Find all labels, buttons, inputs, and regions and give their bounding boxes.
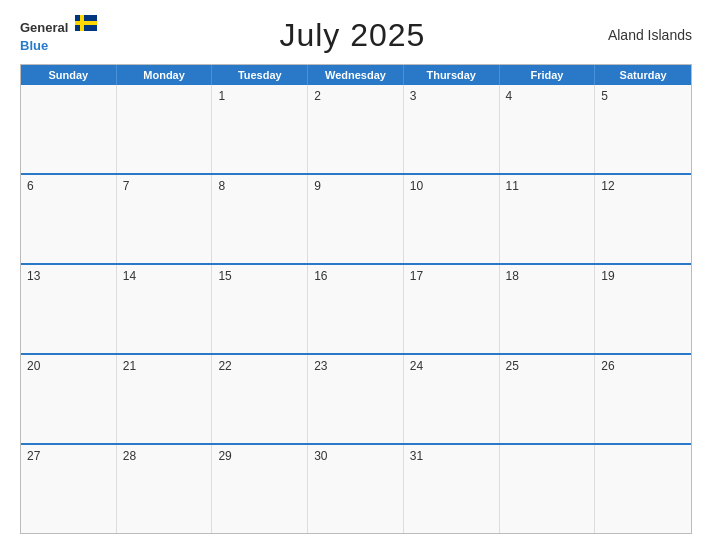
week-5: 27 28 29 30 31 [21, 443, 691, 533]
cal-cell [500, 445, 596, 533]
cal-cell-3: 3 [404, 85, 500, 173]
logo-blue-text: Blue [20, 38, 48, 53]
logo-content: General Blue [20, 16, 97, 54]
cal-cell-21: 21 [117, 355, 213, 443]
region-label: Aland Islands [608, 27, 692, 43]
svg-rect-1 [75, 21, 97, 25]
week-3: 13 14 15 16 17 18 19 [21, 263, 691, 353]
cal-cell-18: 18 [500, 265, 596, 353]
svg-rect-2 [80, 15, 84, 31]
cal-cell-25: 25 [500, 355, 596, 443]
cal-cell-24: 24 [404, 355, 500, 443]
cal-cell-26: 26 [595, 355, 691, 443]
calendar: Sunday Monday Tuesday Wednesday Thursday… [20, 64, 692, 534]
week-4: 20 21 22 23 24 25 26 [21, 353, 691, 443]
cal-cell [21, 85, 117, 173]
header-thursday: Thursday [404, 65, 500, 85]
cal-cell-16: 16 [308, 265, 404, 353]
cal-cell-29: 29 [212, 445, 308, 533]
logo: General Blue [20, 16, 97, 54]
cal-cell-15: 15 [212, 265, 308, 353]
header-tuesday: Tuesday [212, 65, 308, 85]
cal-cell-19: 19 [595, 265, 691, 353]
cal-cell-31: 31 [404, 445, 500, 533]
cal-cell-14: 14 [117, 265, 213, 353]
header: General Blue July 2025 Aland Islands [20, 16, 692, 54]
month-title: July 2025 [279, 17, 425, 54]
logo-general-text: General [20, 20, 68, 35]
cal-cell-27: 27 [21, 445, 117, 533]
cal-cell-11: 11 [500, 175, 596, 263]
page: General Blue July 2025 Aland Islands Sun… [0, 0, 712, 550]
header-monday: Monday [117, 65, 213, 85]
cal-cell-10: 10 [404, 175, 500, 263]
cal-cell-12: 12 [595, 175, 691, 263]
calendar-body: 1 2 3 4 5 6 7 8 9 10 11 12 13 14 15 16 [21, 85, 691, 533]
cal-cell-7: 7 [117, 175, 213, 263]
calendar-header: Sunday Monday Tuesday Wednesday Thursday… [21, 65, 691, 85]
cal-cell-1: 1 [212, 85, 308, 173]
week-2: 6 7 8 9 10 11 12 [21, 173, 691, 263]
cal-cell-22: 22 [212, 355, 308, 443]
header-sunday: Sunday [21, 65, 117, 85]
cal-cell-8: 8 [212, 175, 308, 263]
cal-cell-5: 5 [595, 85, 691, 173]
header-wednesday: Wednesday [308, 65, 404, 85]
cal-cell-6: 6 [21, 175, 117, 263]
cal-cell-23: 23 [308, 355, 404, 443]
cal-cell-17: 17 [404, 265, 500, 353]
logo-flag-icon [75, 15, 97, 31]
header-saturday: Saturday [595, 65, 691, 85]
header-friday: Friday [500, 65, 596, 85]
cal-cell-9: 9 [308, 175, 404, 263]
cal-cell [595, 445, 691, 533]
cal-cell [117, 85, 213, 173]
cal-cell-20: 20 [21, 355, 117, 443]
cal-cell-28: 28 [117, 445, 213, 533]
week-1: 1 2 3 4 5 [21, 85, 691, 173]
cal-cell-2: 2 [308, 85, 404, 173]
cal-cell-4: 4 [500, 85, 596, 173]
cal-cell-13: 13 [21, 265, 117, 353]
cal-cell-30: 30 [308, 445, 404, 533]
